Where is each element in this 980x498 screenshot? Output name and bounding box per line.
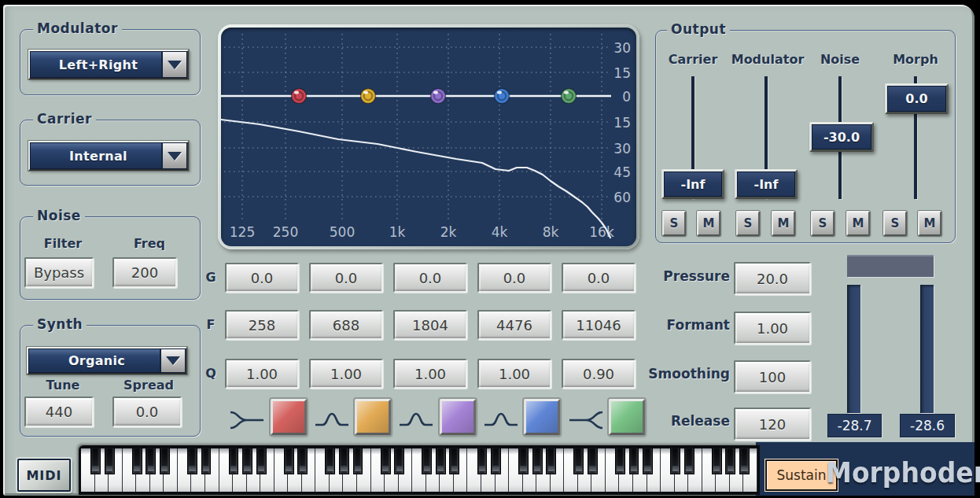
carrier-mute-button[interactable]: M bbox=[697, 211, 720, 236]
synth-select[interactable]: Organic bbox=[27, 347, 187, 374]
piano-black-key[interactable] bbox=[381, 448, 391, 474]
eq-band-dot[interactable] bbox=[431, 89, 446, 104]
piano-black-key[interactable] bbox=[146, 448, 156, 474]
carrier-slider-handle[interactable]: -Inf bbox=[661, 169, 724, 199]
piano-black-key[interactable] bbox=[105, 448, 115, 474]
modulator-slider-handle[interactable]: -Inf bbox=[735, 169, 798, 199]
piano-black-key[interactable] bbox=[436, 448, 446, 474]
piano-black-key[interactable] bbox=[477, 448, 488, 474]
band2-q-field[interactable]: 1.00 bbox=[309, 359, 383, 389]
eq-x-tick-label: 1k bbox=[389, 224, 406, 240]
piano-black-key[interactable] bbox=[684, 448, 694, 474]
piano-black-key[interactable] bbox=[201, 448, 212, 474]
band5-q-value: 0.90 bbox=[583, 366, 614, 382]
noise-solo-button[interactable]: S bbox=[811, 211, 834, 236]
formant-value: 1.00 bbox=[757, 320, 788, 337]
pressure-field[interactable]: 20.0 bbox=[734, 262, 811, 295]
morph-slider-handle[interactable]: 0.0 bbox=[885, 83, 949, 114]
piano-black-key[interactable] bbox=[449, 448, 459, 474]
piano-keyboard[interactable] bbox=[81, 448, 757, 492]
piano-black-key[interactable] bbox=[242, 448, 252, 474]
noise-slider-handle[interactable]: -30.0 bbox=[809, 122, 874, 152]
piano-black-key[interactable] bbox=[325, 448, 335, 474]
meter-header-bar bbox=[847, 255, 934, 277]
band2-q-value: 1.00 bbox=[330, 366, 362, 382]
eq-graph-plot[interactable]: 1252505001k2k4k8k16k3015015304560 bbox=[221, 28, 636, 246]
chevron-down-icon[interactable] bbox=[161, 52, 186, 77]
piano-black-key[interactable] bbox=[615, 448, 625, 474]
meter-right-readout[interactable]: -28.6 bbox=[900, 414, 955, 437]
piano-black-key[interactable] bbox=[256, 448, 267, 474]
piano-black-key[interactable] bbox=[643, 448, 653, 474]
chevron-down-icon[interactable] bbox=[161, 143, 186, 168]
band3-freq-field[interactable]: 1804 bbox=[393, 310, 467, 340]
piano-black-key[interactable] bbox=[353, 448, 363, 474]
morph-slider-value: 0.0 bbox=[905, 91, 927, 106]
piano-black-key[interactable] bbox=[739, 448, 750, 474]
formant-field[interactable]: 1.00 bbox=[734, 312, 811, 345]
piano-black-key[interactable] bbox=[588, 448, 598, 474]
midi-button[interactable]: MIDI bbox=[17, 459, 71, 492]
morph-solo-button[interactable]: S bbox=[883, 211, 907, 236]
band4-color-button[interactable] bbox=[524, 399, 560, 435]
piano-black-key[interactable] bbox=[712, 448, 722, 474]
piano-black-key[interactable] bbox=[491, 448, 501, 474]
piano-black-key[interactable] bbox=[573, 448, 584, 474]
meter-left-readout[interactable]: -28.7 bbox=[827, 414, 882, 437]
piano-black-key[interactable] bbox=[339, 448, 349, 474]
band2-color-button[interactable] bbox=[355, 399, 391, 435]
band3-gain-field[interactable]: 0.0 bbox=[393, 263, 467, 293]
piano-black-key[interactable] bbox=[229, 448, 239, 474]
band1-q-field[interactable]: 1.00 bbox=[225, 359, 299, 389]
piano-black-key[interactable] bbox=[518, 448, 529, 474]
band1-gain-value: 0.0 bbox=[251, 270, 274, 286]
piano-black-key[interactable] bbox=[670, 448, 680, 474]
piano-black-key[interactable] bbox=[284, 448, 294, 474]
band4-freq-field[interactable]: 4476 bbox=[477, 310, 551, 340]
synth-spread-field[interactable]: 0.0 bbox=[112, 397, 182, 427]
band1-color-button[interactable] bbox=[271, 399, 307, 435]
eq-y-tick-label: 30 bbox=[613, 40, 631, 56]
band2-freq-field[interactable]: 688 bbox=[309, 310, 383, 340]
morphoder-plugin-window: Modulator Left+Right Carrier Internal No… bbox=[0, 0, 980, 498]
synth-tune-value: 440 bbox=[46, 404, 72, 420]
pressure-value: 20.0 bbox=[757, 271, 788, 287]
eq-band-dot[interactable] bbox=[361, 89, 376, 104]
carrier-select[interactable]: Internal bbox=[28, 141, 189, 171]
piano-black-key[interactable] bbox=[187, 448, 197, 474]
piano-black-key[interactable] bbox=[725, 448, 735, 474]
release-field[interactable]: 120 bbox=[734, 408, 811, 441]
modulator-select[interactable]: Left+Right bbox=[28, 50, 189, 79]
smoothing-field[interactable]: 100 bbox=[734, 360, 811, 393]
carrier-solo-button[interactable]: S bbox=[662, 211, 686, 236]
synth-tune-field[interactable]: 440 bbox=[24, 397, 94, 427]
noise-filter-field[interactable]: Bypass bbox=[24, 257, 94, 288]
modulator-solo-button[interactable]: S bbox=[736, 211, 760, 236]
noise-freq-field[interactable]: 200 bbox=[112, 257, 177, 288]
eq-band-dot[interactable] bbox=[495, 89, 510, 104]
band1-gain-field[interactable]: 0.0 bbox=[225, 263, 299, 293]
piano-black-key[interactable] bbox=[297, 448, 308, 474]
piano-black-key[interactable] bbox=[422, 448, 432, 474]
piano-black-key[interactable] bbox=[546, 448, 556, 474]
eq-band-dot[interactable] bbox=[562, 89, 577, 104]
piano-black-key[interactable] bbox=[160, 448, 170, 474]
modulator-mute-button[interactable]: M bbox=[772, 211, 795, 236]
eq-band-dot[interactable] bbox=[292, 89, 307, 104]
piano-black-key[interactable] bbox=[90, 448, 101, 474]
band4-q-field[interactable]: 1.00 bbox=[477, 359, 551, 389]
eq-graph-svg[interactable]: 1252505001k2k4k8k16k3015015304560 bbox=[221, 28, 636, 246]
band4-gain-field[interactable]: 0.0 bbox=[477, 263, 551, 293]
eq-graph-frame: 1252505001k2k4k8k16k3015015304560 bbox=[218, 24, 639, 249]
piano-black-key[interactable] bbox=[132, 448, 142, 474]
band2-gain-field[interactable]: 0.0 bbox=[309, 263, 383, 293]
piano-black-key[interactable] bbox=[532, 448, 543, 474]
chevron-down-icon[interactable] bbox=[160, 349, 185, 372]
piano-black-key[interactable] bbox=[629, 448, 639, 474]
band3-q-field[interactable]: 1.00 bbox=[393, 359, 467, 389]
noise-mute-button[interactable]: M bbox=[846, 211, 870, 236]
band3-color-button[interactable] bbox=[440, 399, 476, 435]
piano-black-key[interactable] bbox=[394, 448, 404, 474]
band1-freq-field[interactable]: 258 bbox=[225, 310, 299, 340]
morph-mute-button[interactable]: M bbox=[918, 211, 941, 236]
